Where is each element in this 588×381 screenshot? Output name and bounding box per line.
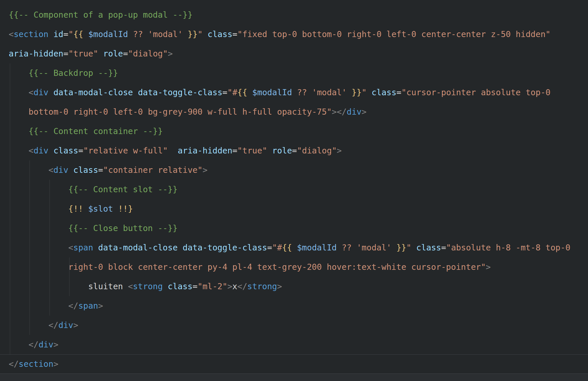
code-line[interactable]: bottom-0 right-0 left-0 bg-grey-900 w-fu… xyxy=(0,102,588,122)
code-token-attr: data-toggle-class xyxy=(138,88,222,97)
code-token-str: "ml-2" xyxy=(198,282,227,291)
code-token-str: " xyxy=(68,30,73,39)
code-token-punct: ></ xyxy=(332,107,346,117)
code-token-str: "# xyxy=(272,243,282,252)
code-token-blade: }} xyxy=(396,243,406,252)
code-line[interactable]: </section> xyxy=(0,354,588,374)
code-token-attr: class xyxy=(372,88,397,97)
code-token-txt xyxy=(178,243,182,252)
code-token-punct: < xyxy=(48,165,53,175)
code-token-txt xyxy=(292,243,297,252)
code-token-str: "relative w-full" xyxy=(83,146,168,155)
code-token-str: right-0 block center-center py-4 pl-4 te… xyxy=(68,262,486,272)
code-token-str: "true" xyxy=(68,49,98,58)
code-token-str: "cursor-pointer absolute top-0 xyxy=(401,88,551,97)
code-token-eq: = xyxy=(78,146,83,155)
code-token-punct: < xyxy=(128,282,133,291)
code-line[interactable]: </div> xyxy=(0,316,588,335)
code-line[interactable]: aria-hidden="true" role="dialog"> xyxy=(0,44,588,63)
code-token-var: $modalId xyxy=(297,243,337,252)
code-token-txt xyxy=(337,243,342,252)
code-line[interactable]: <section id="{{ $modalId ?? 'modal' }}" … xyxy=(0,25,588,44)
code-token-punct: > xyxy=(53,359,58,369)
code-line[interactable]: {{-- Content container --}} xyxy=(0,122,588,141)
code-token-eq: = xyxy=(232,146,237,155)
code-token-attr: role xyxy=(272,146,292,155)
code-token-str: "# xyxy=(227,88,237,97)
code-editor[interactable]: {{-- Component of a pop-up modal --}}<se… xyxy=(0,0,588,381)
code-token-attr: aria-hidden xyxy=(178,146,232,155)
code-line[interactable]: <div data-modal-close data-toggle-class=… xyxy=(0,83,588,102)
code-line[interactable]: </div> xyxy=(0,335,588,354)
code-token-punct: > xyxy=(53,340,58,349)
code-token-punct: < xyxy=(29,146,34,155)
code-line[interactable]: {{-- Content slot --}} xyxy=(0,180,588,199)
code-line[interactable]: {{-- Backdrop --}} xyxy=(0,63,588,83)
code-token-attr: id xyxy=(53,30,63,39)
code-token-txt xyxy=(411,243,416,252)
code-token-str: 'modal' xyxy=(148,30,183,39)
code-token-tag: span xyxy=(73,243,93,252)
code-token-str: "absolute h-8 -mt-8 top-0 xyxy=(446,243,570,252)
code-token-tag: div xyxy=(34,88,48,97)
code-token-eq: = xyxy=(193,282,198,291)
code-token-txt xyxy=(98,49,103,58)
code-line[interactable]: <div class="container relative"> xyxy=(0,160,588,180)
code-token-cmt: {{-- Content container --}} xyxy=(29,127,163,136)
code-token-eq: = xyxy=(232,30,237,39)
code-token-str: " xyxy=(406,243,411,252)
code-line[interactable]: <span data-modal-close data-toggle-class… xyxy=(0,238,588,257)
code-token-str: "fixed top-0 bottom-0 right-0 left-0 cen… xyxy=(238,30,551,39)
code-token-attr: data-toggle-class xyxy=(183,243,267,252)
code-token-txt xyxy=(68,165,73,175)
code-token-punct: < xyxy=(9,30,14,39)
code-token-eq: = xyxy=(441,243,446,252)
code-token-punct: </ xyxy=(29,340,39,349)
code-token-var: $modalId xyxy=(252,88,292,97)
code-token-punct: > xyxy=(486,262,491,272)
code-token-txt xyxy=(202,30,207,39)
code-token-eq: = xyxy=(123,49,128,58)
code-line[interactable]: {{-- Component of a pop-up modal --}} xyxy=(0,5,588,25)
code-token-tag: strong xyxy=(133,282,163,291)
code-token-eq: = xyxy=(267,243,272,252)
code-token-str: " xyxy=(361,88,366,97)
code-token-punct: > xyxy=(98,301,103,311)
code-token-txt xyxy=(307,88,312,97)
code-token-cmt: {{-- Close button --}} xyxy=(68,224,178,233)
code-token-tag: div xyxy=(59,320,73,330)
code-line[interactable]: <div class="relative w-full" aria-hidden… xyxy=(0,141,588,160)
code-token-cmt: {{-- Component of a pop-up modal --}} xyxy=(9,10,193,20)
code-token-txt xyxy=(183,30,188,39)
code-token-blade: {{ xyxy=(237,88,247,97)
code-token-attr: aria-hidden xyxy=(9,49,63,58)
code-area[interactable]: {{-- Component of a pop-up modal --}}<se… xyxy=(0,0,588,374)
code-token-eq: = xyxy=(222,88,227,97)
code-token-str: "container relative" xyxy=(103,165,202,175)
code-line[interactable]: {!! $slot !!} xyxy=(0,199,588,219)
code-token-txt xyxy=(133,88,138,97)
code-token-txt xyxy=(143,30,148,39)
code-token-attr: class xyxy=(168,282,193,291)
code-line[interactable]: sluiten <strong class="ml-2">x</strong> xyxy=(0,277,588,296)
code-token-blade: }} xyxy=(188,30,198,39)
code-token-txt xyxy=(93,243,98,252)
code-token-tag: div xyxy=(53,165,68,175)
code-token-punct: > xyxy=(337,146,342,155)
code-token-str: ?? xyxy=(342,243,352,252)
code-token-txt xyxy=(367,88,372,97)
code-token-txt: sluiten xyxy=(88,282,128,291)
code-token-txt xyxy=(168,146,178,155)
code-line[interactable]: right-0 block center-center py-4 pl-4 te… xyxy=(0,257,588,277)
code-token-str: "dialog" xyxy=(128,49,168,58)
code-token-tag: div xyxy=(34,146,48,155)
code-token-punct: </ xyxy=(237,282,247,291)
code-token-str: 'modal' xyxy=(357,243,391,252)
code-line[interactable]: </span> xyxy=(0,296,588,316)
code-token-str: ?? xyxy=(297,88,307,97)
code-line[interactable]: {{-- Close button --}} xyxy=(0,219,588,238)
code-token-txt xyxy=(48,146,53,155)
code-token-cmt: {{-- Backdrop --}} xyxy=(29,68,118,78)
code-token-tag: strong xyxy=(247,282,277,291)
code-token-punct: </ xyxy=(48,320,58,330)
